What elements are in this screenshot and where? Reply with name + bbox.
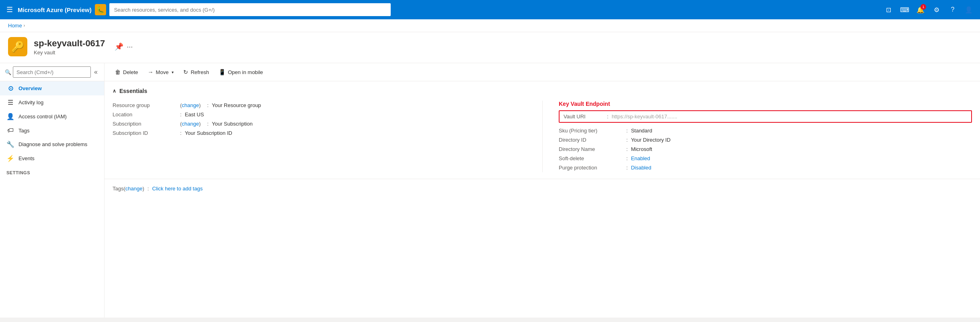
notifications-icon-btn[interactable]: 🔔 1: [914, 3, 927, 16]
refresh-label: Refresh: [191, 69, 209, 75]
tags-change-link[interactable]: change: [125, 186, 143, 192]
refresh-button[interactable]: ↻ Refresh: [179, 66, 213, 78]
essentials-row-soft-delete: Soft-delete : Enabled: [559, 154, 972, 163]
subscription-id-label: Subscription ID: [113, 130, 177, 136]
resource-subtitle: Key vault: [34, 50, 105, 56]
kv-endpoint-box: Vault URI : https://sp-keyvault-0617....…: [559, 110, 972, 123]
events-icon: ⚡: [6, 155, 14, 162]
kv-endpoint-title: Key Vault Endpoint: [559, 101, 972, 107]
essentials-row-purge-protection: Purge protection : Disabled: [559, 163, 972, 172]
portal-icon-btn[interactable]: ⊡: [882, 3, 895, 16]
sidebar-item-tags[interactable]: 🏷 Tags: [0, 124, 104, 137]
essentials-row-subscription-id: Subscription ID : Your Subscription ID: [113, 128, 526, 138]
pin-icon[interactable]: 📌: [115, 42, 123, 51]
open-mobile-button[interactable]: 📱 Open in mobile: [215, 66, 267, 78]
tags-section: Tags (change) : Click here to add tags: [105, 179, 980, 198]
sku-value: Standard: [631, 128, 652, 134]
settings-icon-btn[interactable]: ⚙: [930, 3, 943, 16]
sidebar-section-settings: Settings: [0, 165, 104, 177]
sidebar-item-diagnose[interactable]: 🔧 Diagnose and solve problems: [0, 137, 104, 151]
essentials-header: ∧ Essentials: [113, 88, 972, 94]
toolbar: 🗑 Delete → Move ▾ ↻ Refresh 📱 Open in mo…: [105, 63, 980, 81]
sidebar-item-access-control[interactable]: 👤 Access control (IAM): [0, 109, 104, 124]
purge-protection-value[interactable]: Disabled: [631, 165, 652, 171]
essentials-row-resource-group: Resource group (change) : Your Resource …: [113, 101, 526, 110]
delete-icon: 🗑: [115, 69, 121, 75]
sidebar-item-label: Tags: [18, 128, 29, 134]
purge-protection-label: Purge protection: [559, 165, 623, 171]
cloud-shell-icon-btn[interactable]: ⌨: [898, 3, 911, 16]
app-title: Microsoft Azure (Preview): [18, 6, 92, 13]
sidebar-item-events[interactable]: ⚡ Events: [0, 151, 104, 165]
global-search-input[interactable]: [109, 3, 391, 16]
more-options-icon[interactable]: ···: [127, 43, 133, 51]
essentials-grid: Resource group (change) : Your Resource …: [113, 101, 972, 172]
essentials-row-sku: Sku (Pricing tier) : Standard: [559, 126, 972, 135]
delete-label: Delete: [123, 69, 138, 75]
sidebar-item-label: Diagnose and solve problems: [18, 141, 87, 147]
resource-group-colon: (change): [180, 102, 201, 108]
essentials-row-directory-id: Directory ID : Your Directory ID: [559, 135, 972, 144]
essentials-right: Key Vault Endpoint Vault URI : https://s…: [542, 101, 972, 172]
delete-button[interactable]: 🗑 Delete: [111, 66, 142, 78]
help-icon-btn[interactable]: ?: [946, 3, 959, 16]
tags-add-link[interactable]: Click here to add tags: [152, 186, 203, 192]
open-mobile-label: Open in mobile: [228, 69, 263, 75]
resource-group-label: Resource group: [113, 102, 177, 108]
access-control-icon: 👤: [6, 113, 14, 120]
sidebar-item-label: Overview: [18, 85, 42, 91]
sku-label: Sku (Pricing tier): [559, 128, 623, 134]
essentials-row-directory-name: Directory Name : Microsoft: [559, 144, 972, 154]
move-dropdown-icon: ▾: [172, 70, 174, 74]
sidebar-search-input[interactable]: [13, 66, 91, 78]
subscription-label: Subscription: [113, 121, 177, 127]
vault-uri-label: Vault URI: [564, 114, 604, 120]
content-area: 🗑 Delete → Move ▾ ↻ Refresh 📱 Open in mo…: [105, 63, 980, 318]
tags-label: Tags: [113, 186, 123, 192]
move-label: Move: [156, 69, 169, 75]
top-navigation: ☰ Microsoft Azure (Preview) 🐛 ⊡ ⌨ 🔔 1 ⚙ …: [0, 0, 980, 19]
resource-group-value: Your Resource group: [212, 102, 261, 108]
refresh-icon: ↻: [183, 69, 188, 75]
hamburger-menu-icon[interactable]: ☰: [5, 4, 14, 16]
move-button[interactable]: → Move ▾: [144, 66, 178, 78]
directory-name-label: Directory Name: [559, 146, 623, 152]
directory-id-value: Your Directory ID: [631, 137, 671, 143]
sidebar-search-container: 🔍 «: [0, 63, 104, 81]
activity-log-icon: ☰: [6, 99, 14, 106]
mobile-icon: 📱: [219, 69, 226, 75]
top-nav-icons: ⊡ ⌨ 🔔 1 ⚙ ? 👤: [882, 3, 975, 16]
sidebar-item-label: Access control (IAM): [18, 114, 67, 120]
resource-header: 🔑 sp-keyvault-0617 Key vault 📌 ···: [0, 32, 980, 63]
resource-title: sp-keyvault-0617: [34, 38, 105, 49]
account-icon-btn[interactable]: 👤: [962, 3, 975, 16]
resource-title-group: sp-keyvault-0617 Key vault: [34, 38, 105, 56]
breadcrumb-separator: ›: [24, 23, 25, 28]
soft-delete-value[interactable]: Enabled: [631, 155, 650, 161]
sidebar-item-label: Events: [18, 155, 35, 161]
main-layout: 🔍 « ⊙ Overview ☰ Activity log 👤 Access c…: [0, 63, 980, 318]
sidebar-item-label: Activity log: [18, 99, 43, 105]
directory-id-label: Directory ID: [559, 137, 623, 143]
essentials-left: Resource group (change) : Your Resource …: [113, 101, 542, 172]
diagnose-icon: 🔧: [6, 140, 14, 148]
bug-icon[interactable]: 🐛: [95, 4, 106, 15]
breadcrumb-home-link[interactable]: Home: [8, 23, 22, 29]
essentials-section: ∧ Essentials Resource group (change) : Y…: [105, 81, 980, 179]
sidebar-collapse-button[interactable]: «: [92, 68, 99, 76]
location-label: Location: [113, 111, 177, 118]
subscription-id-value: Your Subscription ID: [185, 130, 232, 136]
tags-icon: 🏷: [6, 127, 14, 134]
resource-icon: 🔑: [8, 37, 27, 56]
sidebar-item-activity-log[interactable]: ☰ Activity log: [0, 95, 104, 109]
notification-badge: 1: [921, 4, 926, 10]
subscription-change-link[interactable]: change: [182, 121, 199, 127]
sidebar-item-overview[interactable]: ⊙ Overview: [0, 81, 104, 95]
vault-uri-value: https://sp-keyvault-0617.......: [612, 114, 677, 120]
essentials-chevron-icon[interactable]: ∧: [113, 88, 116, 94]
resource-group-change-link[interactable]: change: [182, 102, 199, 108]
essentials-title: Essentials: [119, 88, 147, 94]
directory-name-value: Microsoft: [631, 146, 652, 152]
breadcrumb: Home ›: [0, 19, 980, 32]
sidebar: 🔍 « ⊙ Overview ☰ Activity log 👤 Access c…: [0, 63, 105, 318]
